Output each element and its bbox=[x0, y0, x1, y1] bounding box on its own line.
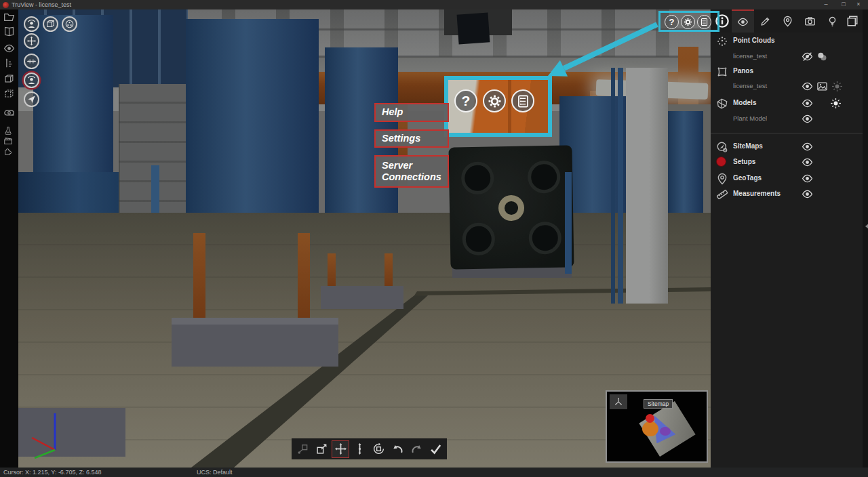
eye-off-icon[interactable] bbox=[802, 51, 813, 62]
minimap[interactable]: Sitemap bbox=[606, 390, 708, 463]
callout-label-help: Help bbox=[374, 103, 449, 122]
layer-row-pano-item[interactable]: license_test bbox=[711, 79, 863, 94]
minimap-orange-blob bbox=[642, 421, 658, 436]
layer-row-measurements[interactable]: Measurements bbox=[711, 187, 863, 202]
help-button-zoomed[interactable]: ? bbox=[454, 89, 477, 112]
sitemap-icon bbox=[716, 141, 728, 153]
layer-row-geotags[interactable]: GeoTags bbox=[711, 171, 863, 186]
layers-icon[interactable] bbox=[846, 14, 859, 28]
tape-measure-icon[interactable] bbox=[3, 107, 15, 119]
eye-icon[interactable] bbox=[802, 113, 813, 125]
question-mark-icon: ? bbox=[462, 93, 471, 109]
horizontal-arrows-icon bbox=[26, 56, 37, 66]
settings-button-zoomed[interactable] bbox=[483, 89, 506, 112]
lightbulb-icon bbox=[827, 16, 838, 27]
move-button-selected[interactable] bbox=[332, 440, 349, 458]
row-label: license_test bbox=[733, 82, 767, 89]
server-icon bbox=[516, 94, 530, 108]
sphere-icon bbox=[64, 19, 75, 29]
horizontal-move-button[interactable] bbox=[24, 54, 39, 69]
eye-icon[interactable] bbox=[802, 188, 813, 200]
pano-mode-active-button[interactable] bbox=[24, 72, 39, 88]
pan-move-button[interactable] bbox=[24, 33, 39, 49]
close-button[interactable]: × bbox=[852, 0, 865, 9]
layer-row-pointcloud-item[interactable]: license_test bbox=[711, 49, 863, 64]
right-panel: Point Clouds license_test Panos license_… bbox=[711, 9, 868, 468]
rotate-button[interactable] bbox=[370, 440, 387, 458]
redo-icon bbox=[410, 442, 423, 455]
pano-book-icon[interactable] bbox=[3, 26, 15, 37]
cursor-coordinates: Cursor: X: 1.215, Y: -6.705, Z: 6.548 bbox=[3, 469, 101, 476]
undo-button[interactable] bbox=[389, 440, 406, 458]
pin-icon bbox=[782, 16, 793, 27]
lab-report-icon[interactable] bbox=[3, 126, 13, 136]
row-label: Plant Model bbox=[733, 115, 767, 122]
visibility-icon[interactable] bbox=[3, 43, 15, 54]
eye-icon[interactable] bbox=[802, 141, 813, 152]
server-connections-button-zoomed[interactable] bbox=[511, 89, 534, 112]
tab-lighting[interactable] bbox=[821, 9, 844, 33]
eye-icon[interactable] bbox=[802, 173, 813, 184]
minimap-gizmo-button[interactable] bbox=[610, 394, 627, 409]
move-icon bbox=[334, 442, 347, 455]
ucs-axis-indicator bbox=[26, 407, 74, 461]
layer-row-sitemaps[interactable]: SiteMaps bbox=[711, 140, 863, 154]
viewport-3d-scene[interactable]: Sitemap bbox=[18, 9, 711, 468]
clapperboard-icon[interactable] bbox=[3, 136, 13, 146]
panel-header bbox=[711, 9, 868, 33]
image-icon[interactable] bbox=[816, 81, 828, 92]
pick-points-button[interactable] bbox=[294, 440, 311, 458]
measure-axis-icon[interactable] bbox=[3, 58, 15, 69]
panel-collapse-strip[interactable] bbox=[863, 9, 868, 468]
brightness-icon[interactable] bbox=[830, 98, 842, 109]
tab-markup[interactable] bbox=[754, 9, 776, 33]
row-label: Panos bbox=[733, 67, 753, 75]
person-icon bbox=[26, 19, 37, 29]
collapse-arrow-icon bbox=[863, 224, 868, 229]
maximize-button[interactable]: □ bbox=[837, 0, 850, 9]
minimize-button[interactable]: – bbox=[819, 0, 833, 9]
zoomed-callout-inset: ? bbox=[444, 76, 552, 137]
colors-icon[interactable] bbox=[816, 51, 828, 62]
scale-icon bbox=[315, 442, 328, 455]
checkmark-icon bbox=[429, 442, 442, 455]
highlight-rectangle bbox=[658, 11, 719, 32]
eye-icon[interactable] bbox=[802, 81, 813, 92]
row-label: GeoTags bbox=[733, 174, 762, 182]
cube-icon bbox=[45, 19, 56, 29]
scale-button[interactable] bbox=[313, 440, 330, 458]
rotate-icon bbox=[372, 442, 385, 455]
layer-row-point-clouds[interactable]: Point Clouds bbox=[711, 34, 863, 49]
layer-row-setups[interactable]: Setups bbox=[711, 155, 863, 170]
fly-navigation-button[interactable] bbox=[24, 91, 39, 107]
app-logo-icon bbox=[3, 2, 9, 8]
layer-row-panos[interactable]: Panos bbox=[711, 64, 863, 79]
brightness-icon[interactable] bbox=[831, 81, 843, 92]
plugins-icon[interactable] bbox=[3, 146, 13, 156]
model-icon bbox=[716, 98, 728, 110]
sphere-view-button[interactable] bbox=[62, 16, 77, 32]
gizmo-icon bbox=[614, 397, 623, 407]
redo-button[interactable] bbox=[408, 440, 425, 458]
cube-view-icon[interactable] bbox=[3, 73, 15, 85]
measure-tape-icon bbox=[716, 188, 728, 201]
layer-row-plant-model[interactable]: Plant Model bbox=[711, 112, 863, 127]
move-arrows-icon bbox=[26, 36, 37, 46]
confirm-button[interactable] bbox=[427, 440, 444, 458]
row-label: Setups bbox=[733, 158, 755, 165]
pano-view-button[interactable] bbox=[24, 16, 39, 32]
tab-snapshots[interactable] bbox=[799, 9, 821, 33]
cube-view-button[interactable] bbox=[43, 16, 58, 32]
layer-row-models[interactable]: Models bbox=[711, 96, 863, 111]
tab-geotags[interactable] bbox=[776, 9, 799, 33]
pick-points-icon bbox=[296, 442, 309, 455]
eye-icon bbox=[737, 16, 749, 28]
tab-visibility[interactable] bbox=[732, 9, 754, 33]
elevate-button[interactable] bbox=[351, 440, 368, 458]
pano-icon bbox=[716, 66, 728, 78]
row-label: Point Clouds bbox=[733, 37, 775, 44]
selection-cube-icon[interactable] bbox=[3, 88, 15, 100]
eye-icon[interactable] bbox=[802, 157, 813, 168]
eye-icon[interactable] bbox=[802, 98, 813, 109]
open-folder-icon[interactable] bbox=[3, 12, 15, 23]
